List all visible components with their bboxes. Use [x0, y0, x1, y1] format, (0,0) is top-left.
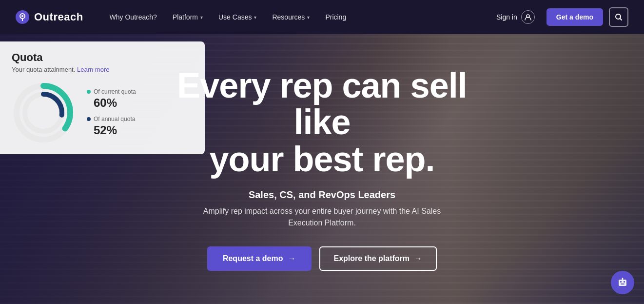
- nav-links: Why Outreach? Platform ▾ Use Cases ▾ Res…: [103, 9, 490, 25]
- resources-chevron-icon: ▾: [307, 15, 310, 20]
- svg-point-15: [622, 278, 623, 279]
- get-demo-button[interactable]: Get a demo: [546, 8, 603, 26]
- nav-item-why-outreach[interactable]: Why Outreach?: [103, 9, 164, 25]
- user-icon: [521, 10, 535, 24]
- hero-ctas: Request a demo → Explore the platform →: [207, 246, 437, 271]
- navbar: Outreach Why Outreach? Platform ▾ Use Ca…: [0, 0, 644, 34]
- hero-content: Every rep can sell like your best rep. S…: [0, 34, 644, 304]
- nav-item-use-cases[interactable]: Use Cases ▾: [212, 9, 263, 25]
- arrow-right-icon: →: [288, 254, 296, 263]
- hero-subheadline: Sales, CS, and RevOps Leaders: [249, 189, 395, 201]
- platform-chevron-icon: ▾: [200, 15, 203, 20]
- nav-right: Sign in Get a demo: [490, 6, 628, 28]
- explore-platform-button[interactable]: Explore the platform →: [319, 246, 437, 271]
- logo[interactable]: Outreach: [16, 10, 83, 24]
- logo-text: Outreach: [34, 11, 83, 23]
- nav-item-resources[interactable]: Resources ▾: [265, 9, 316, 25]
- logo-icon: [16, 10, 29, 24]
- sign-in-button[interactable]: Sign in: [490, 6, 541, 28]
- hero-description: Amplify rep impact across your entire bu…: [191, 205, 454, 229]
- svg-line-5: [620, 19, 622, 20]
- hero-headline: Every rep can sell like your best rep.: [147, 67, 498, 178]
- nav-item-platform[interactable]: Platform ▾: [166, 9, 210, 25]
- svg-rect-13: [621, 284, 624, 284]
- svg-rect-12: [624, 281, 625, 283]
- svg-point-1: [21, 15, 23, 17]
- chat-widget-button[interactable]: [611, 271, 634, 294]
- svg-rect-11: [620, 281, 622, 283]
- search-button[interactable]: [609, 7, 628, 27]
- request-demo-button[interactable]: Request a demo →: [207, 246, 312, 271]
- use-cases-chevron-icon: ▾: [254, 15, 256, 20]
- nav-item-pricing[interactable]: Pricing: [318, 9, 353, 25]
- explore-arrow-icon: →: [414, 254, 422, 263]
- svg-rect-10: [619, 280, 626, 286]
